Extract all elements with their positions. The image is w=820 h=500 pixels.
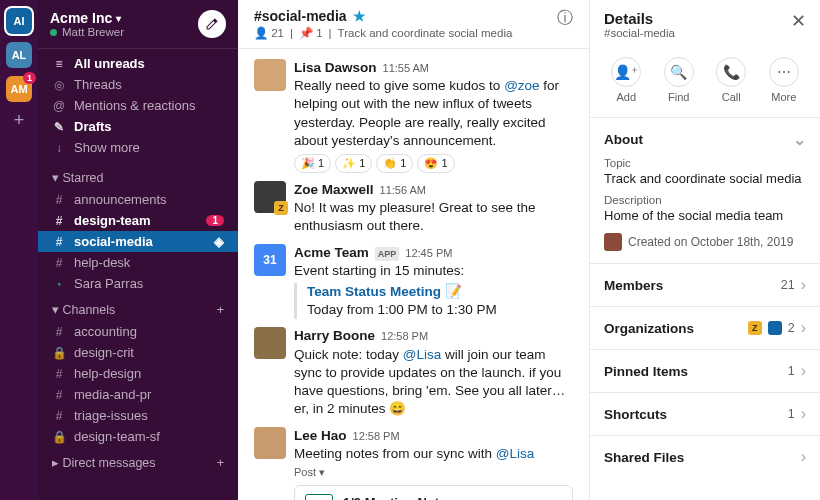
message-sender[interactable]: Acme Team [294, 244, 369, 262]
channel-header: #social-media★ 👤 21 | 📌 1 | Track and co… [238, 0, 589, 49]
message-sender[interactable]: Lee Hao [294, 427, 347, 445]
event-attachment[interactable]: Team Status Meeting 📝 Today from 1:00 PM… [294, 283, 573, 319]
members-icon[interactable]: 👤 21 [254, 26, 284, 40]
description-label: Description [604, 194, 806, 206]
avatar[interactable] [254, 427, 286, 459]
details-row-members[interactable]: Members21› [590, 263, 820, 306]
workspace-name: Acme Inc [50, 10, 112, 26]
message-sender[interactable]: Lisa Dawson [294, 59, 377, 77]
details-row-pinned[interactable]: Pinned Items1› [590, 349, 820, 392]
avatar[interactable] [254, 327, 286, 359]
chevron-right-icon: › [801, 405, 806, 423]
sidebar-header[interactable]: Acme Inc▾ Matt Brewer [38, 0, 238, 49]
reaction[interactable]: 👏1 [376, 154, 413, 173]
message[interactable]: Lisa Dawson11:55 AM Really need to give … [238, 55, 589, 177]
caret-right-icon: ▸ [52, 456, 62, 470]
channel-item[interactable]: 🔒design-team-sf [38, 426, 238, 447]
sidebar: Acme Inc▾ Matt Brewer ≡All unreads ◎Thre… [38, 0, 238, 500]
avatar[interactable] [254, 59, 286, 91]
action-more[interactable]: ⋯More [769, 57, 799, 103]
about-header[interactable]: About⌄ [604, 130, 806, 149]
details-row-shortcuts[interactable]: Shortcuts1› [590, 392, 820, 435]
nav-drafts[interactable]: ✎Drafts [38, 116, 238, 137]
workspace-switcher-item[interactable]: AL [6, 42, 32, 68]
channel-item[interactable]: #help-design [38, 363, 238, 384]
mention[interactable]: @Lisa [403, 347, 441, 362]
nav-mentions[interactable]: @Mentions & reactions [38, 95, 238, 116]
message-timestamp: 11:56 AM [380, 183, 426, 198]
add-workspace-button[interactable]: + [14, 110, 25, 131]
avatar[interactable]: Z [254, 181, 286, 213]
nav-show-more[interactable]: ↓Show more [38, 137, 238, 158]
workspace-initials: AM [10, 83, 27, 95]
section-channels[interactable]: ▾ Channels+ [38, 294, 238, 321]
creator-avatar[interactable] [604, 233, 622, 251]
action-find[interactable]: 🔍Find [664, 57, 694, 103]
message-text: Meeting notes from our sync with @Lisa [294, 445, 573, 463]
message-timestamp: 12:45 PM [405, 246, 452, 261]
message-text: Event starting in 15 minutes: [294, 262, 573, 280]
mention[interactable]: @zoe [504, 78, 539, 93]
channel-item[interactable]: #announcements [38, 189, 238, 210]
drafts-icon: ✎ [52, 120, 66, 134]
post-label[interactable]: Post ▾ [294, 465, 573, 480]
reaction[interactable]: ✨1 [335, 154, 372, 173]
add-dm-button[interactable]: + [217, 456, 224, 470]
reaction[interactable]: 😍1 [417, 154, 454, 173]
message-timestamp: 12:58 PM [353, 429, 400, 444]
chevron-right-icon: › [801, 362, 806, 380]
mention[interactable]: @Lisa [496, 446, 534, 461]
pins-icon[interactable]: 📌 1 [299, 26, 323, 40]
reaction[interactable]: 🎉1 [294, 154, 331, 173]
channel-item[interactable]: #triage-issues [38, 405, 238, 426]
message[interactable]: Lee Hao12:58 PM Meeting notes from our s… [238, 423, 589, 500]
action-call[interactable]: 📞Call [716, 57, 746, 103]
add-channel-button[interactable]: + [217, 303, 224, 317]
channel-title[interactable]: #social-media [254, 8, 347, 24]
close-icon[interactable]: ✕ [791, 10, 806, 32]
chevron-right-icon: › [801, 276, 806, 294]
topic-label: Topic [604, 157, 806, 169]
channel-item[interactable]: 🔒design-crit [38, 342, 238, 363]
channel-item[interactable]: #design-team1 [38, 210, 238, 231]
workspace-switcher-item[interactable]: AI [6, 8, 32, 34]
app-avatar[interactable]: 31 [254, 244, 286, 276]
channel-item[interactable]: #accounting [38, 321, 238, 342]
description-value[interactable]: Home of the social media team [604, 208, 806, 223]
workspace-switcher-item[interactable]: AM 1 [6, 76, 32, 102]
info-icon[interactable]: ⓘ [557, 8, 573, 29]
nav-all-unreads[interactable]: ≡All unreads [38, 53, 238, 74]
main-panel: #social-media★ 👤 21 | 📌 1 | Track and co… [238, 0, 590, 500]
section-starred[interactable]: ▾ Starred [38, 162, 238, 189]
compose-icon [205, 17, 219, 31]
message[interactable]: Harry Boone12:58 PM Quick note: today @L… [238, 323, 589, 422]
post-file-icon [305, 494, 333, 500]
dm-item[interactable]: ●Sara Parras [38, 273, 238, 294]
compose-button[interactable] [198, 10, 226, 38]
channel-item[interactable]: #media-and-pr [38, 384, 238, 405]
details-row-files[interactable]: Shared Files› [590, 435, 820, 478]
channel-item-active[interactable]: #social-media◈ [38, 231, 238, 252]
message-sender[interactable]: Zoe Maxwell [294, 181, 374, 199]
file-attachment[interactable]: 1/9 Meeting Notes Last edited just now [294, 485, 573, 500]
workspace-rail: AI AL AM 1 + [0, 0, 38, 500]
topic-value[interactable]: Track and coordinate social media [604, 171, 806, 186]
org-badge-icon [768, 321, 782, 335]
unreads-icon: ≡ [52, 57, 66, 71]
org-badge-icon: Z [748, 321, 762, 335]
star-icon[interactable]: ★ [353, 8, 366, 24]
nav-threads[interactable]: ◎Threads [38, 74, 238, 95]
details-row-organizations[interactable]: OrganizationsZ2› [590, 306, 820, 349]
caret-down-icon: ▾ [52, 303, 62, 317]
section-dms[interactable]: ▸ Direct messages+ [38, 447, 238, 474]
event-time: Today from 1:00 PM to 1:30 PM [307, 301, 573, 319]
chevron-right-icon: › [801, 448, 806, 466]
action-add[interactable]: 👤⁺Add [611, 57, 641, 103]
details-panel: Details #social-media ✕ 👤⁺Add 🔍Find 📞Cal… [590, 0, 820, 500]
message[interactable]: Z Zoe Maxwell11:56 AM No! It was my plea… [238, 177, 589, 240]
channel-topic[interactable]: Track and coordinate social media [338, 27, 513, 39]
message-sender[interactable]: Harry Boone [294, 327, 375, 345]
message[interactable]: 31 Acme TeamAPP12:45 PM Event starting i… [238, 240, 589, 324]
channel-item[interactable]: #help-desk [38, 252, 238, 273]
chevron-down-icon: ▾ [116, 13, 121, 24]
